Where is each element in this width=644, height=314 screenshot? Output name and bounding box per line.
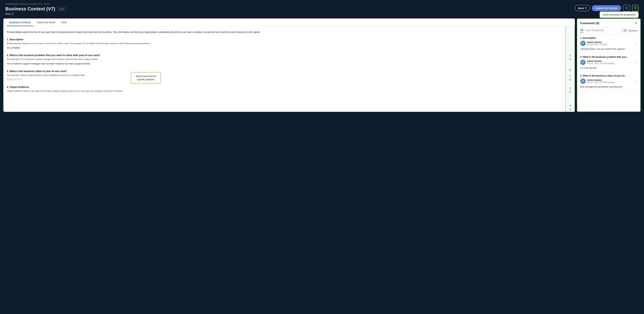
comment-section-title-1: 1. Description — [580, 37, 637, 39]
comment-item-1: 1. Description AI Admin Istrator Oct 25,… — [577, 34, 640, 53]
comment-item-3: 3. What is the business value of your AI… — [577, 72, 640, 91]
comments-panel: Comments (5) ✕ All Your Threads (5) Reso… — [577, 19, 641, 112]
comment-author-1: Admin Istrator — [587, 41, 633, 44]
question-hint-3: For example, reduce support tickets, bri… — [7, 74, 562, 77]
comments-title: Comments (5) — [580, 22, 599, 25]
chevron-down-icon: ▾ — [585, 7, 586, 10]
question-block-1: 1. Description Briefly describe what you… — [7, 38, 562, 49]
tooltip-specific-questions: Shows comments for specific questions — [131, 72, 161, 84]
comment-count-q4: 2 — [570, 104, 571, 107]
filter-resolved-label: Resolved — [628, 29, 637, 32]
question-block-4: 4. Target Audience Target Audience refer… — [7, 86, 562, 93]
comment-count-q2: 1 — [570, 75, 571, 77]
avatar-2: AI — [580, 60, 586, 65]
comment-author-3: Admin Istrator — [587, 79, 633, 81]
comment-icon: 🗨 — [634, 7, 636, 10]
comment-body-3: Risk management (predictive maintenance) — [580, 85, 637, 89]
breadcrumb: Assessments / Business Context (V7) - Do… — [5, 3, 639, 5]
comment-menu-1[interactable]: ⋮ — [634, 42, 637, 45]
tab-trademark-name[interactable]: Trademark Name — [34, 19, 58, 26]
question-title-4: 4. Target Audience — [7, 86, 562, 88]
comment-section-title-3: 3. What is the business value of your AI… — [580, 74, 637, 77]
comment-time-3: Oct 25, 2024, 4:54 PM (edited) — [587, 81, 633, 84]
info-icon: ⓘ — [625, 7, 628, 10]
comment-menu-2[interactable]: ⋮ — [634, 61, 637, 64]
question-hint-4: Target Audience refers to the type of us… — [7, 89, 562, 93]
question-hint-1: Briefly describe what your AI use case i… — [7, 42, 562, 45]
comment-time-1: Oct 25, 2024, 4:53 PM — [587, 44, 633, 46]
question-title-1: 1. Description — [7, 38, 562, 41]
close-comments-button[interactable]: ✕ — [635, 22, 637, 25]
comment-section-title-2: 2. What is the business problem that you… — [580, 56, 637, 58]
more-label: More — [578, 7, 584, 10]
comment-text-1: Can you confirm this, please? — [596, 48, 625, 50]
comment-author-2: Admin Istrator — [587, 60, 633, 62]
tab-business-context[interactable]: Business Context — [7, 19, 34, 26]
question-placeholder-3: Enter your text — [7, 78, 562, 81]
comment-menu-3[interactable]: ⋮ — [634, 80, 637, 83]
comment-icon-q1[interactable]: 🗨 — [568, 58, 572, 62]
subtitle: Doc-C — [5, 12, 639, 16]
comment-count-q1: 1 — [570, 54, 571, 57]
avatar-3: AI — [580, 78, 586, 84]
submit-review-button[interactable]: Submit for Review — [592, 5, 621, 11]
question-title-3: 3. What is the business value of your AI… — [7, 70, 562, 73]
filter-threads-tab[interactable]: Your Threads (5) — [586, 29, 604, 32]
comment-icon-q2-empty[interactable]: 🗨 — [568, 68, 572, 73]
question-block-3: 3. What is the business value of your AI… — [7, 70, 562, 81]
question-answer-1: It's a chatbot. — [7, 46, 562, 49]
question-hint-2: For example, I'm a customer support mana… — [7, 58, 562, 61]
comment-item-2: 2. What is the business problem that you… — [577, 53, 640, 72]
info-icon-button[interactable]: ⓘ — [623, 5, 630, 12]
question-title-2: 2. What is the business problem that you… — [7, 54, 562, 57]
mention-tag-1: @Fedrick Patel — [580, 48, 596, 50]
comment-body-2: As of 25-Oct-24? — [580, 66, 637, 70]
more-button[interactable]: More ▾ — [575, 5, 590, 11]
form-intro: Provide details about how the AI use cas… — [7, 30, 562, 34]
draft-badge: Draft — [57, 7, 66, 11]
comment-icon-q4[interactable]: 🗨 — [568, 108, 572, 112]
filter-all-tab[interactable]: All — [580, 29, 583, 33]
question-answer-2: I'm a customer support manager and my te… — [7, 62, 562, 65]
comment-icon-q3[interactable]: 🗨 — [568, 90, 572, 94]
avatar-1: AI — [580, 41, 586, 46]
page-title: Business Context (V7) — [5, 6, 55, 12]
comment-body-1: @Fedrick Patel Can you confirm this, ple… — [580, 47, 637, 51]
resolved-toggle[interactable] — [621, 29, 627, 32]
comments-list: 1. Description AI Admin Istrator Oct 25,… — [577, 34, 640, 112]
comment-icon-q2[interactable]: 🗨 — [568, 78, 572, 82]
comments-toggle-button[interactable]: 🗨 — [632, 5, 639, 12]
tooltip-all-questions: Shows comments for all questions — [600, 12, 639, 18]
comment-count-q3: 1 — [570, 87, 571, 89]
question-block-2: 2. What is the business problem that you… — [7, 54, 562, 65]
comment-time-2: Oct 25, 2024, 4:54 PM (edited) — [587, 62, 633, 65]
tab-other[interactable]: Other — [58, 19, 70, 26]
